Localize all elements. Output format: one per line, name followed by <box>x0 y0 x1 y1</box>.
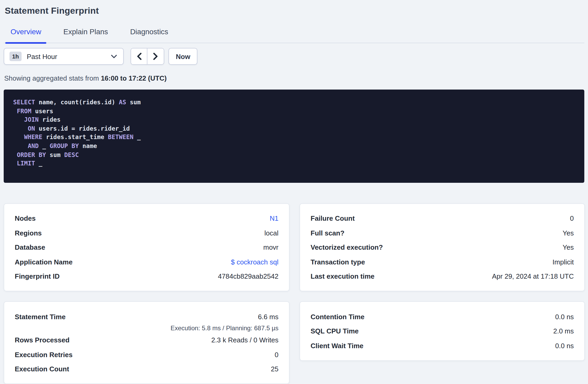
kv-label: Client Wait Time <box>311 342 363 349</box>
tab-explain-plans[interactable]: Explain Plans <box>58 27 113 43</box>
kv-label: Database <box>15 243 45 251</box>
chevron-left-icon <box>137 53 141 60</box>
overview-card-right: Failure Count 0 Full scan? Yes Vectorize… <box>300 203 585 292</box>
kv-value: Implicit <box>552 258 574 266</box>
summary-cards: Nodes N1 Regions local Database movr App… <box>4 203 584 384</box>
kv-row-regions: Regions local <box>15 226 278 240</box>
tab-overview[interactable]: Overview <box>5 27 47 43</box>
stats-caption-prefix: Showing aggregated stats from <box>4 74 101 82</box>
kv-label: Full scan? <box>311 229 345 237</box>
statement-fingerprint-page: Statement Fingerprint Overview Explain P… <box>0 0 588 384</box>
kv-label: Nodes <box>15 214 36 222</box>
kv-value: Yes <box>563 229 574 237</box>
kv-row-database: Database movr <box>15 240 278 255</box>
kv-label: Execution Count <box>15 365 69 373</box>
kv-label: Statement Time <box>15 313 66 321</box>
kv-row-vectorized-execution: Vectorized execution? Yes <box>311 240 574 255</box>
time-range-picker[interactable]: 1h Past Hour <box>4 48 124 65</box>
kv-row-rows-processed: Rows Processed 2.3 k Reads / 0 Writes <box>15 333 278 347</box>
kv-value: 6.6 ms <box>258 313 278 321</box>
kv-label: Transaction type <box>311 258 365 266</box>
kv-row-failure-count: Failure Count 0 <box>311 211 574 226</box>
time-range-badge: 1h <box>9 52 22 61</box>
application-name-link[interactable]: $ cockroach sql <box>231 258 278 266</box>
kv-row-client-wait-time: Client Wait Time 0.0 ns <box>311 338 574 353</box>
kv-label: Last execution time <box>311 272 375 280</box>
stats-caption-range: 16:00 to 17:22 (UTC) <box>101 74 167 82</box>
kv-row-transaction-type: Transaction type Implicit <box>311 255 574 269</box>
kv-value: 0.0 ns <box>555 342 574 349</box>
page-title: Statement Fingerprint <box>4 0 584 16</box>
kv-value: 25 <box>271 365 278 373</box>
kv-value: 2.0 ms <box>553 327 574 335</box>
kv-value: movr <box>263 243 278 251</box>
kv-value: 4784cb829aab2542 <box>218 272 278 280</box>
kv-label: Failure Count <box>311 214 355 222</box>
kv-value: 2.3 k Reads / 0 Writes <box>211 336 278 344</box>
overview-card-left: Nodes N1 Regions local Database movr App… <box>4 203 290 292</box>
kv-value: 0 <box>570 214 574 222</box>
statement-time-breakdown: Execution: 5.8 ms / Planning: 687.5 µs <box>15 324 278 333</box>
next-interval-button[interactable] <box>147 48 164 64</box>
tab-bar: Overview Explain Plans Diagnostics <box>4 27 584 43</box>
kv-row-execution-count: Execution Count 25 <box>15 362 278 376</box>
kv-row-nodes: Nodes N1 <box>15 211 278 226</box>
kv-value: 0 <box>275 351 278 358</box>
kv-row-last-execution-time: Last execution time Apr 29, 2024 at 17:1… <box>311 269 574 284</box>
chevron-down-icon <box>111 55 117 58</box>
kv-row-full-scan: Full scan? Yes <box>311 226 574 240</box>
kv-label: Fingerprint ID <box>15 272 59 280</box>
sql-statement-box: SELECT name, count(rides.id) AS sum FROM… <box>4 90 584 183</box>
timing-card-left: Statement Time 6.6 ms Execution: 5.8 ms … <box>4 302 290 384</box>
nodes-link[interactable]: N1 <box>270 214 278 222</box>
kv-label: SQL CPU Time <box>311 327 359 335</box>
time-range-label: Past Hour <box>27 52 106 60</box>
kv-label: Vectorized execution? <box>311 243 383 251</box>
kv-label: Execution Retries <box>15 351 73 358</box>
kv-label: Regions <box>15 229 42 237</box>
time-interval-stepper <box>131 48 164 65</box>
chevron-right-icon <box>153 53 158 60</box>
kv-label: Rows Processed <box>15 336 69 344</box>
kv-value: Yes <box>563 243 574 251</box>
kv-row-fingerprint-id: Fingerprint ID 4784cb829aab2542 <box>15 269 278 284</box>
timing-card-right: Contention Time 0.0 ns SQL CPU Time 2.0 … <box>300 302 585 361</box>
aggregated-stats-caption: Showing aggregated stats from 16:00 to 1… <box>4 74 584 82</box>
kv-row-application-name: Application Name $ cockroach sql <box>15 255 278 269</box>
kv-row-execution-retries: Execution Retries 0 <box>15 347 278 362</box>
kv-row-contention-time: Contention Time 0.0 ns <box>311 309 574 324</box>
kv-value: local <box>265 229 279 237</box>
previous-interval-button[interactable] <box>131 48 147 64</box>
kv-value: Apr 29, 2024 at 17:18 UTC <box>492 272 574 280</box>
kv-label: Contention Time <box>311 313 365 321</box>
kv-row-sql-cpu-time: SQL CPU Time 2.0 ms <box>311 324 574 338</box>
tab-diagnostics[interactable]: Diagnostics <box>125 27 173 43</box>
kv-label: Application Name <box>15 258 73 266</box>
time-controls: 1h Past Hour Now <box>4 48 584 65</box>
now-button[interactable]: Now <box>168 48 198 65</box>
kv-row-statement-time: Statement Time 6.6 ms <box>15 309 278 324</box>
kv-value: 0.0 ns <box>555 313 574 321</box>
